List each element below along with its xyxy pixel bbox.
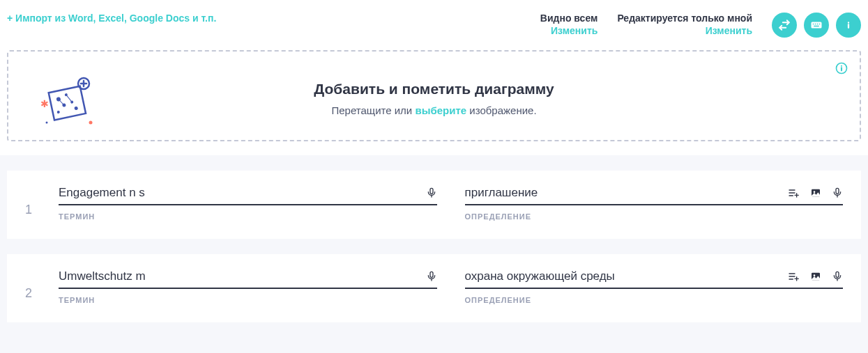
term-label: ТЕРМИН bbox=[59, 212, 437, 221]
keyboard-button[interactable] bbox=[804, 13, 829, 38]
svg-point-34 bbox=[814, 191, 816, 193]
definition-field-row bbox=[465, 269, 844, 289]
svg-rect-37 bbox=[430, 272, 433, 277]
add-option-button[interactable] bbox=[787, 271, 800, 282]
diagram-illustration: ✱ bbox=[36, 74, 99, 130]
definition-mic-button[interactable] bbox=[832, 269, 843, 283]
svg-rect-46 bbox=[836, 272, 839, 277]
svg-rect-26 bbox=[430, 188, 433, 194]
visibility-block-editable: Редактируется только мной Изменить bbox=[617, 13, 752, 36]
svg-point-24 bbox=[89, 121, 93, 125]
swap-icon bbox=[778, 19, 791, 31]
card-row: 2 ТЕРМИН bbox=[7, 254, 861, 322]
svg-rect-11 bbox=[49, 86, 86, 120]
dropzone-select-link[interactable]: выберите bbox=[415, 104, 466, 116]
mic-icon bbox=[832, 186, 843, 200]
dropzone-wrap: ✱ Добавить и пометить диаграмму Перетащи… bbox=[0, 50, 868, 155]
definition-field-row bbox=[465, 186, 844, 205]
swap-button[interactable] bbox=[772, 13, 797, 38]
editable-change-link[interactable]: Изменить bbox=[617, 25, 752, 36]
dropzone-subtitle: Перетащите или выберите изображение. bbox=[21, 104, 847, 116]
dropzone-sub-prefix: Перетащите или bbox=[331, 104, 415, 116]
svg-rect-4 bbox=[819, 24, 821, 25]
add-image-button[interactable] bbox=[809, 271, 822, 282]
svg-rect-1 bbox=[813, 24, 814, 25]
info-button[interactable] bbox=[836, 13, 861, 38]
right-controls: Видно всем Изменить Редактируется только… bbox=[540, 13, 861, 38]
diagram-dropzone[interactable]: ✱ Добавить и пометить диаграмму Перетащи… bbox=[7, 50, 861, 141]
circle-buttons bbox=[772, 13, 861, 38]
svg-rect-2 bbox=[815, 24, 816, 25]
svg-point-45 bbox=[814, 274, 816, 276]
image-icon bbox=[809, 271, 822, 282]
add-option-button[interactable] bbox=[787, 187, 800, 198]
term-mic-button[interactable] bbox=[426, 186, 437, 200]
visibility-block-visible: Видно всем Изменить bbox=[540, 13, 598, 36]
keyboard-icon bbox=[810, 19, 823, 31]
definition-label: ОПРЕДЕЛЕНИЕ bbox=[465, 212, 844, 221]
info-icon bbox=[842, 19, 855, 31]
term-mic-button[interactable] bbox=[426, 269, 437, 283]
svg-point-17 bbox=[56, 111, 60, 114]
svg-text:✱: ✱ bbox=[40, 98, 49, 109]
svg-rect-35 bbox=[836, 188, 839, 194]
definition-input[interactable] bbox=[465, 186, 788, 200]
dropzone-sub-suffix: изображение. bbox=[466, 104, 536, 116]
term-input[interactable] bbox=[59, 186, 426, 200]
dropzone-title: Добавить и пометить диаграмму bbox=[21, 81, 847, 97]
svg-rect-0 bbox=[812, 22, 822, 29]
image-icon bbox=[809, 187, 822, 198]
term-column: ТЕРМИН bbox=[59, 186, 437, 221]
svg-rect-5 bbox=[814, 26, 819, 27]
visible-change-link[interactable]: Изменить bbox=[540, 25, 598, 36]
mic-icon bbox=[426, 269, 437, 283]
dropzone-info-button[interactable] bbox=[835, 61, 848, 75]
list-plus-icon bbox=[787, 187, 800, 198]
import-link[interactable]: + Импорт из Word, Excel, Google Docs и т… bbox=[7, 13, 216, 24]
visible-to-label: Видно всем bbox=[540, 13, 598, 24]
term-column: ТЕРМИН bbox=[59, 269, 437, 304]
top-bar: + Импорт из Word, Excel, Google Docs и т… bbox=[0, 0, 868, 50]
mic-icon bbox=[426, 186, 437, 200]
svg-point-25 bbox=[46, 122, 48, 124]
term-input[interactable] bbox=[59, 269, 426, 283]
term-label: ТЕРМИН bbox=[59, 296, 437, 304]
definition-input[interactable] bbox=[465, 269, 788, 283]
mic-icon bbox=[832, 269, 843, 283]
definition-column: ОПРЕДЕЛЕНИЕ bbox=[465, 186, 844, 221]
definition-column: ОПРЕДЕЛЕНИЕ bbox=[465, 269, 844, 304]
svg-point-16 bbox=[74, 107, 78, 111]
term-field-row bbox=[59, 186, 437, 205]
info-circle-icon bbox=[835, 61, 848, 75]
cards-list: 1 ТЕРМИН bbox=[0, 155, 868, 329]
term-field-row bbox=[59, 269, 437, 289]
list-plus-icon bbox=[787, 271, 800, 282]
svg-rect-3 bbox=[817, 24, 818, 25]
definition-mic-button[interactable] bbox=[832, 186, 843, 200]
add-image-button[interactable] bbox=[809, 187, 822, 198]
definition-label: ОПРЕДЕЛЕНИЕ bbox=[465, 296, 844, 304]
card-number: 1 bbox=[25, 186, 59, 217]
card-row: 1 ТЕРМИН bbox=[7, 171, 861, 239]
editable-by-label: Редактируется только мной bbox=[617, 13, 752, 24]
card-number: 2 bbox=[25, 269, 59, 301]
